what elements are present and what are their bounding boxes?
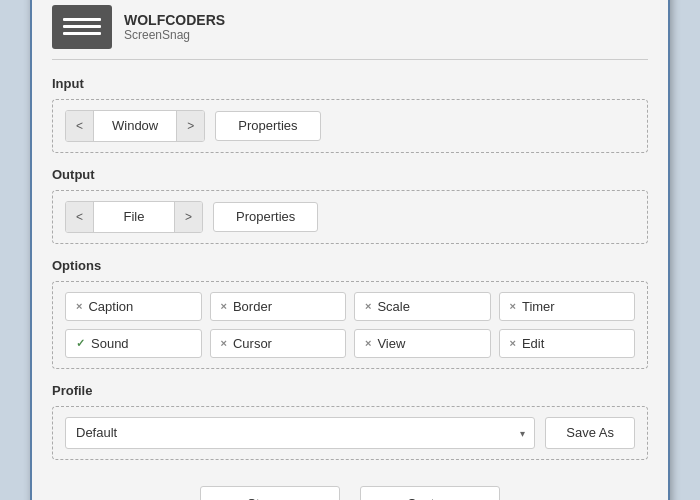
option-item-scale[interactable]: ×Scale bbox=[354, 292, 491, 321]
main-window: — □ ✕ WOLFCODERS ScreenSnag Input < bbox=[30, 0, 670, 500]
options-box: ×Caption×Border×Scale×Timer✓Sound×Cursor… bbox=[52, 281, 648, 369]
option-item-cursor[interactable]: ×Cursor bbox=[210, 329, 347, 358]
options-label: Options bbox=[52, 258, 648, 273]
output-box: < File > Properties bbox=[52, 190, 648, 244]
input-properties-button[interactable]: Properties bbox=[215, 111, 320, 141]
option-item-sound[interactable]: ✓Sound bbox=[65, 329, 202, 358]
option-label-scale: Scale bbox=[377, 299, 410, 314]
option-icon-cursor: × bbox=[221, 337, 227, 349]
logo-line-1 bbox=[63, 18, 101, 21]
option-label-view: View bbox=[377, 336, 405, 351]
output-properties-button[interactable]: Properties bbox=[213, 202, 318, 232]
output-nav-right[interactable]: > bbox=[174, 202, 202, 232]
option-icon-timer: × bbox=[510, 300, 516, 312]
logo-line-2 bbox=[63, 25, 101, 28]
option-icon-scale: × bbox=[365, 300, 371, 312]
output-section: Output < File > Properties bbox=[52, 167, 648, 244]
logo-line-3 bbox=[63, 32, 101, 35]
footer: Storage Capture bbox=[52, 476, 648, 501]
profile-row: Default Profile 1 Profile 2 ▾ Save As bbox=[65, 417, 635, 449]
option-icon-view: × bbox=[365, 337, 371, 349]
options-section: Options ×Caption×Border×Scale×Timer✓Soun… bbox=[52, 258, 648, 369]
option-item-view[interactable]: ×View bbox=[354, 329, 491, 358]
profile-label: Profile bbox=[52, 383, 648, 398]
option-item-edit[interactable]: ×Edit bbox=[499, 329, 636, 358]
app-name: WOLFCODERS bbox=[124, 12, 225, 28]
output-nav-group: < File > bbox=[65, 201, 203, 233]
input-nav-left[interactable]: < bbox=[66, 111, 94, 141]
output-row: < File > Properties bbox=[65, 201, 635, 233]
input-section: Input < Window > Properties bbox=[52, 76, 648, 153]
option-label-cursor: Cursor bbox=[233, 336, 272, 351]
option-item-caption[interactable]: ×Caption bbox=[65, 292, 202, 321]
output-nav-left[interactable]: < bbox=[66, 202, 94, 232]
profile-select[interactable]: Default Profile 1 Profile 2 bbox=[65, 417, 535, 449]
output-nav-label: File bbox=[94, 202, 174, 232]
option-label-timer: Timer bbox=[522, 299, 555, 314]
capture-button[interactable]: Capture bbox=[360, 486, 500, 501]
options-grid: ×Caption×Border×Scale×Timer✓Sound×Cursor… bbox=[65, 292, 635, 358]
app-logo bbox=[52, 5, 112, 49]
profile-box: Default Profile 1 Profile 2 ▾ Save As bbox=[52, 406, 648, 460]
option-icon-edit: × bbox=[510, 337, 516, 349]
profile-select-wrapper: Default Profile 1 Profile 2 ▾ bbox=[65, 417, 535, 449]
profile-section: Profile Default Profile 1 Profile 2 ▾ Sa… bbox=[52, 383, 648, 460]
option-label-edit: Edit bbox=[522, 336, 544, 351]
option-label-caption: Caption bbox=[88, 299, 133, 314]
input-box: < Window > Properties bbox=[52, 99, 648, 153]
option-label-sound: Sound bbox=[91, 336, 129, 351]
option-icon-border: × bbox=[221, 300, 227, 312]
app-header: WOLFCODERS ScreenSnag bbox=[52, 5, 648, 60]
storage-button[interactable]: Storage bbox=[200, 486, 340, 501]
option-item-timer[interactable]: ×Timer bbox=[499, 292, 636, 321]
option-item-border[interactable]: ×Border bbox=[210, 292, 347, 321]
input-nav-label: Window bbox=[94, 111, 176, 141]
window-body: WOLFCODERS ScreenSnag Input < Window > P… bbox=[32, 0, 668, 500]
option-icon-caption: × bbox=[76, 300, 82, 312]
option-label-border: Border bbox=[233, 299, 272, 314]
save-as-button[interactable]: Save As bbox=[545, 417, 635, 449]
input-label: Input bbox=[52, 76, 648, 91]
app-subtitle: ScreenSnag bbox=[124, 28, 225, 42]
input-nav-group: < Window > bbox=[65, 110, 205, 142]
option-icon-sound: ✓ bbox=[76, 337, 85, 350]
input-row: < Window > Properties bbox=[65, 110, 635, 142]
app-info: WOLFCODERS ScreenSnag bbox=[124, 12, 225, 42]
output-label: Output bbox=[52, 167, 648, 182]
input-nav-right[interactable]: > bbox=[176, 111, 204, 141]
